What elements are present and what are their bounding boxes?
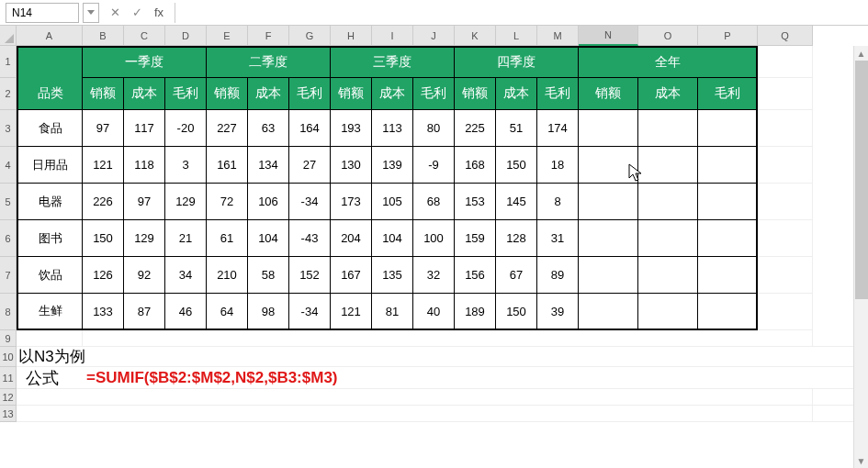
cell[interactable] bbox=[579, 220, 638, 257]
cell[interactable]: 129 bbox=[124, 220, 165, 257]
cell[interactable]: 成本 bbox=[124, 78, 165, 110]
cell[interactable]: 150 bbox=[496, 294, 537, 330]
cell[interactable]: 32 bbox=[413, 257, 455, 294]
cell[interactable] bbox=[758, 257, 813, 294]
col-header[interactable]: G bbox=[289, 26, 331, 46]
cell[interactable] bbox=[698, 147, 758, 184]
cell[interactable]: 226 bbox=[83, 184, 124, 220]
cell[interactable] bbox=[698, 220, 758, 257]
cell[interactable]: 225 bbox=[455, 110, 496, 147]
col-header[interactable]: J bbox=[413, 26, 455, 46]
cell[interactable]: 销额 bbox=[331, 78, 372, 110]
cell[interactable]: 161 bbox=[207, 147, 248, 184]
cell[interactable]: 98 bbox=[248, 294, 289, 330]
col-header[interactable]: B bbox=[83, 26, 124, 46]
cell[interactable]: 174 bbox=[537, 110, 579, 147]
cell[interactable]: 97 bbox=[83, 110, 124, 147]
cell[interactable]: 成本 bbox=[372, 78, 413, 110]
cell[interactable]: 销额 bbox=[207, 78, 248, 110]
cell[interactable] bbox=[17, 406, 813, 422]
col-header[interactable]: L bbox=[496, 26, 537, 46]
cell[interactable]: 64 bbox=[207, 294, 248, 330]
cell[interactable]: 130 bbox=[331, 147, 372, 184]
cell[interactable]: 128 bbox=[496, 220, 537, 257]
col-header[interactable]: M bbox=[537, 26, 579, 46]
cell[interactable]: 150 bbox=[496, 147, 537, 184]
cell[interactable] bbox=[758, 110, 813, 147]
row-header[interactable]: 13 bbox=[0, 406, 17, 422]
cell[interactable]: 135 bbox=[372, 257, 413, 294]
cell[interactable]: 117 bbox=[124, 110, 165, 147]
cell[interactable] bbox=[638, 147, 698, 184]
cell[interactable]: 189 bbox=[455, 294, 496, 330]
cell[interactable]: 104 bbox=[248, 220, 289, 257]
cell[interactable]: 113 bbox=[372, 110, 413, 147]
cell[interactable]: 89 bbox=[537, 257, 579, 294]
cell[interactable] bbox=[579, 110, 638, 147]
cell[interactable] bbox=[579, 184, 638, 220]
cell[interactable]: 159 bbox=[455, 220, 496, 257]
row-header[interactable]: 4 bbox=[0, 147, 17, 184]
cell[interactable]: 39 bbox=[537, 294, 579, 330]
cell[interactable] bbox=[698, 110, 758, 147]
cell[interactable]: 毛利 bbox=[165, 78, 207, 110]
name-box[interactable]: N14 bbox=[6, 3, 79, 23]
cell[interactable]: 毛利 bbox=[537, 78, 579, 110]
cell[interactable]: 121 bbox=[331, 294, 372, 330]
row-header[interactable]: 7 bbox=[0, 257, 17, 294]
cell[interactable]: 168 bbox=[455, 147, 496, 184]
cell[interactable]: 食品 bbox=[17, 110, 83, 147]
cell[interactable] bbox=[638, 294, 698, 330]
row-header[interactable]: 6 bbox=[0, 220, 17, 257]
col-header[interactable]: I bbox=[372, 26, 413, 46]
cell[interactable]: 72 bbox=[207, 184, 248, 220]
cell[interactable] bbox=[758, 294, 813, 330]
cell[interactable]: 167 bbox=[331, 257, 372, 294]
cell[interactable] bbox=[758, 147, 813, 184]
cell[interactable] bbox=[758, 78, 813, 110]
cell[interactable]: 公式 bbox=[17, 367, 83, 389]
row-header[interactable]: 1 bbox=[0, 46, 17, 78]
cell[interactable]: 129 bbox=[165, 184, 207, 220]
cell[interactable]: 67 bbox=[496, 257, 537, 294]
cell[interactable] bbox=[698, 184, 758, 220]
cell[interactable]: 105 bbox=[372, 184, 413, 220]
cell[interactable] bbox=[638, 257, 698, 294]
col-header[interactable]: Q bbox=[758, 26, 813, 46]
cell[interactable]: 四季度 bbox=[455, 46, 579, 78]
cell[interactable]: -43 bbox=[289, 220, 331, 257]
cell[interactable]: 51 bbox=[496, 110, 537, 147]
col-header[interactable]: E bbox=[207, 26, 248, 46]
cell[interactable]: 227 bbox=[207, 110, 248, 147]
select-all[interactable] bbox=[0, 26, 17, 46]
cell[interactable]: 145 bbox=[496, 184, 537, 220]
cell[interactable]: 173 bbox=[331, 184, 372, 220]
cell[interactable]: 销额 bbox=[83, 78, 124, 110]
cell[interactable]: 图书 bbox=[17, 220, 83, 257]
cell[interactable]: 40 bbox=[413, 294, 455, 330]
cell[interactable]: 毛利 bbox=[698, 78, 758, 110]
cell[interactable]: 133 bbox=[83, 294, 124, 330]
cell[interactable]: 21 bbox=[165, 220, 207, 257]
cell[interactable]: 134 bbox=[248, 147, 289, 184]
cell[interactable] bbox=[758, 184, 813, 220]
cell[interactable] bbox=[17, 389, 813, 406]
cell[interactable]: 销额 bbox=[579, 78, 638, 110]
cell[interactable] bbox=[758, 220, 813, 257]
cell[interactable]: 成本 bbox=[496, 78, 537, 110]
scroll-down-icon[interactable]: ▼ bbox=[854, 453, 868, 468]
row-header[interactable]: 10 bbox=[0, 347, 17, 367]
cell[interactable]: 121 bbox=[83, 147, 124, 184]
cell[interactable]: 210 bbox=[207, 257, 248, 294]
col-header[interactable]: F bbox=[248, 26, 289, 46]
cell[interactable]: 81 bbox=[372, 294, 413, 330]
row-header[interactable]: 12 bbox=[0, 389, 17, 406]
row-header[interactable]: 2 bbox=[0, 78, 17, 110]
col-header[interactable]: A bbox=[17, 26, 83, 46]
col-header[interactable]: P bbox=[698, 26, 758, 46]
cell[interactable]: 毛利 bbox=[289, 78, 331, 110]
name-box-dropdown[interactable] bbox=[83, 3, 99, 23]
cell[interactable] bbox=[17, 330, 83, 347]
cell[interactable] bbox=[638, 110, 698, 147]
cell[interactable]: 34 bbox=[165, 257, 207, 294]
